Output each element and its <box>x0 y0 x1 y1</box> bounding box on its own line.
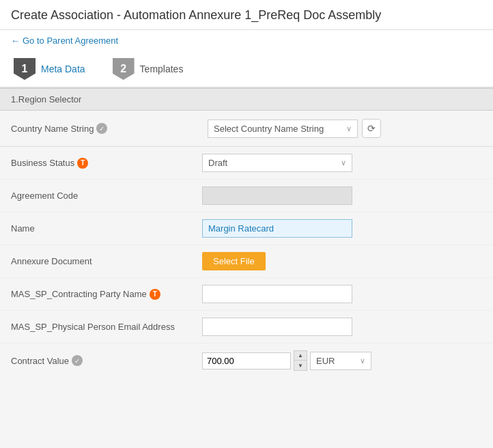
contract-value-value: ▲ ▼ EUR ∨ <box>202 350 482 371</box>
contracting-party-value <box>202 285 482 303</box>
spinner-up-button[interactable]: ▲ <box>294 351 307 361</box>
contract-value-spinner: ▲ ▼ <box>294 350 307 371</box>
parent-agreement-link[interactable]: Go to Parent Agreement <box>23 36 118 46</box>
region-selector-header: 1.Region Selector <box>0 88 493 111</box>
name-label: Name <box>11 223 202 234</box>
annexure-document-value: Select File <box>202 252 482 270</box>
name-row: Name <box>0 212 493 244</box>
country-name-select[interactable]: Select Country Name String ∨ <box>208 120 358 138</box>
email-address-input[interactable] <box>202 318 352 336</box>
currency-chevron: ∨ <box>360 356 365 365</box>
business-status-value: Draft ∨ <box>202 154 482 172</box>
business-status-select[interactable]: Draft ∨ <box>202 154 352 172</box>
name-input[interactable] <box>202 219 352 238</box>
tab1-number: 1 <box>14 58 36 80</box>
country-select-chevron: ∨ <box>346 124 352 133</box>
tab1-label: Meta Data <box>41 64 85 74</box>
country-name-value: Select Country Name String ∨ ⟳ <box>208 119 482 138</box>
currency-select[interactable]: EUR ∨ <box>310 352 371 370</box>
contracting-party-label: MAS_SP_Contracting Party Name T <box>11 289 202 300</box>
form-fields: Business Status T Draft ∨ Agreement Code <box>0 147 493 378</box>
country-name-row: Country Name String ✓ Select Country Nam… <box>11 119 482 138</box>
email-address-value <box>202 318 482 336</box>
main-content: 1.Region Selector Country Name String ✓ … <box>0 88 493 378</box>
agreement-code-label: Agreement Code <box>11 191 202 201</box>
contracting-party-info-icon[interactable]: T <box>150 289 160 300</box>
business-status-row: Business Status T Draft ∨ <box>0 147 493 179</box>
country-check-icon[interactable]: ✓ <box>96 123 107 134</box>
contract-value-input[interactable] <box>202 352 291 369</box>
agreement-code-input[interactable] <box>202 186 352 205</box>
country-name-label: Country Name String ✓ <box>11 123 202 134</box>
country-select-placeholder: Select Country Name String <box>214 124 324 134</box>
annexure-document-row: Annexure Document Select File <box>0 244 493 277</box>
name-value <box>202 219 482 238</box>
business-status-label: Business Status T <box>11 158 202 169</box>
business-status-info-icon[interactable]: T <box>77 158 88 169</box>
contract-value-row: Contract Value ✓ ▲ ▼ EUR ∨ <box>0 343 493 378</box>
contract-value-label: Contract Value ✓ <box>11 355 202 366</box>
tab2-number: 2 <box>113 58 135 80</box>
tab-metadata[interactable]: 1 Meta Data <box>0 51 99 87</box>
email-address-row: MAS_SP_Physical Person Email Address <box>0 310 493 343</box>
back-link-row: ← Go to Parent Agreement <box>0 30 493 51</box>
tab2-label: Templates <box>140 64 184 74</box>
country-link-icon[interactable]: ⟳ <box>362 119 381 138</box>
currency-selected: EUR <box>316 356 335 366</box>
tabs-row: 1 Meta Data 2 Templates <box>0 51 493 88</box>
agreement-code-row: Agreement Code <box>0 179 493 212</box>
annexure-document-label: Annexure Document <box>11 256 202 266</box>
select-file-button[interactable]: Select File <box>202 252 266 270</box>
page-title: Create Association - Automation Annexure… <box>0 0 493 30</box>
contracting-party-input[interactable] <box>202 285 352 303</box>
agreement-code-value <box>202 186 482 205</box>
business-status-chevron: ∨ <box>341 158 346 167</box>
tab-templates[interactable]: 2 Templates <box>99 51 197 87</box>
region-selector-section: Country Name String ✓ Select Country Nam… <box>0 111 493 147</box>
back-arrow-icon: ← <box>11 36 20 46</box>
contract-value-inputs: ▲ ▼ EUR ∨ <box>202 350 371 371</box>
contract-value-check-icon[interactable]: ✓ <box>72 355 83 366</box>
email-address-label: MAS_SP_Physical Person Email Address <box>11 322 202 332</box>
spinner-down-button[interactable]: ▼ <box>294 361 307 370</box>
contracting-party-row: MAS_SP_Contracting Party Name T <box>0 277 493 310</box>
business-status-selected: Draft <box>208 158 227 168</box>
